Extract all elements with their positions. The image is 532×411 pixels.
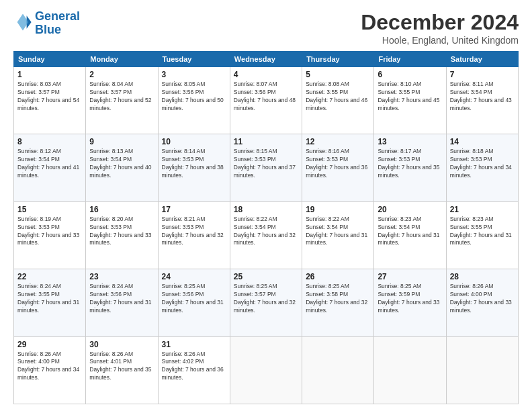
calendar-cell bbox=[302, 336, 374, 404]
title-block: December 2024 Hoole, England, United Kin… bbox=[361, 10, 519, 46]
day-info: Sunrise: 8:23 AMSunset: 3:55 PMDaylight:… bbox=[450, 216, 515, 248]
calendar-cell: 14 Sunrise: 8:18 AMSunset: 3:53 PMDaylig… bbox=[446, 134, 518, 201]
day-number: 24 bbox=[162, 272, 226, 281]
day-info: Sunrise: 8:26 AMSunset: 4:00 PMDaylight:… bbox=[17, 351, 82, 383]
calendar-cell: 19 Sunrise: 8:22 AMSunset: 3:54 PMDaylig… bbox=[302, 201, 374, 269]
day-number: 27 bbox=[378, 272, 442, 281]
day-number: 19 bbox=[306, 205, 370, 214]
day-number: 1 bbox=[17, 70, 82, 79]
calendar-cell bbox=[230, 336, 302, 404]
day-number: 29 bbox=[17, 340, 82, 349]
calendar-cell bbox=[374, 336, 446, 404]
day-info: Sunrise: 8:21 AMSunset: 3:53 PMDaylight:… bbox=[162, 216, 226, 248]
calendar-cell: 23 Sunrise: 8:24 AMSunset: 3:56 PMDaylig… bbox=[86, 269, 158, 336]
day-info: Sunrise: 8:26 AMSunset: 4:00 PMDaylight:… bbox=[450, 283, 515, 315]
day-number: 25 bbox=[234, 272, 298, 281]
calendar-cell: 17 Sunrise: 8:21 AMSunset: 3:53 PMDaylig… bbox=[158, 201, 230, 269]
day-info: Sunrise: 8:19 AMSunset: 3:53 PMDaylight:… bbox=[17, 216, 82, 248]
day-info: Sunrise: 8:22 AMSunset: 3:54 PMDaylight:… bbox=[306, 216, 370, 248]
day-info: Sunrise: 8:11 AMSunset: 3:54 PMDaylight:… bbox=[450, 81, 515, 113]
day-info: Sunrise: 8:25 AMSunset: 3:57 PMDaylight:… bbox=[234, 283, 298, 315]
calendar-cell: 15 Sunrise: 8:19 AMSunset: 3:53 PMDaylig… bbox=[14, 201, 86, 269]
day-number: 7 bbox=[450, 70, 515, 79]
day-number: 6 bbox=[378, 70, 442, 79]
header-thursday: Thursday bbox=[302, 52, 374, 67]
calendar-cell: 28 Sunrise: 8:26 AMSunset: 4:00 PMDaylig… bbox=[446, 269, 518, 336]
week-row-2: 8 Sunrise: 8:12 AMSunset: 3:54 PMDayligh… bbox=[14, 134, 519, 201]
calendar-cell: 12 Sunrise: 8:16 AMSunset: 3:53 PMDaylig… bbox=[302, 134, 374, 201]
location-subtitle: Hoole, England, United Kingdom bbox=[361, 35, 519, 46]
calendar-cell: 21 Sunrise: 8:23 AMSunset: 3:55 PMDaylig… bbox=[446, 201, 518, 269]
day-number: 31 bbox=[162, 340, 226, 349]
day-number: 18 bbox=[234, 205, 298, 214]
header-saturday: Saturday bbox=[446, 52, 518, 67]
logo-icon bbox=[13, 13, 32, 32]
day-info: Sunrise: 8:25 AMSunset: 3:58 PMDaylight:… bbox=[306, 283, 370, 315]
day-number: 16 bbox=[89, 205, 154, 214]
day-info: Sunrise: 8:25 AMSunset: 3:59 PMDaylight:… bbox=[378, 283, 442, 315]
week-row-4: 22 Sunrise: 8:24 AMSunset: 3:55 PMDaylig… bbox=[14, 269, 519, 336]
calendar-cell: 31 Sunrise: 8:26 AMSunset: 4:02 PMDaylig… bbox=[158, 336, 230, 404]
logo: General Blue bbox=[13, 10, 80, 37]
day-number: 15 bbox=[17, 205, 82, 214]
calendar-cell: 29 Sunrise: 8:26 AMSunset: 4:00 PMDaylig… bbox=[14, 336, 86, 404]
day-number: 26 bbox=[306, 272, 370, 281]
calendar-cell: 22 Sunrise: 8:24 AMSunset: 3:55 PMDaylig… bbox=[14, 269, 86, 336]
calendar-cell: 18 Sunrise: 8:22 AMSunset: 3:54 PMDaylig… bbox=[230, 201, 302, 269]
day-info: Sunrise: 8:13 AMSunset: 3:54 PMDaylight:… bbox=[89, 148, 154, 180]
day-number: 23 bbox=[89, 272, 154, 281]
week-row-3: 15 Sunrise: 8:19 AMSunset: 3:53 PMDaylig… bbox=[14, 201, 519, 269]
day-info: Sunrise: 8:23 AMSunset: 3:54 PMDaylight:… bbox=[378, 216, 442, 248]
day-info: Sunrise: 8:20 AMSunset: 3:53 PMDaylight:… bbox=[89, 216, 154, 248]
day-info: Sunrise: 8:17 AMSunset: 3:53 PMDaylight:… bbox=[378, 148, 442, 180]
page: General Blue December 2024 Hoole, Englan… bbox=[0, 0, 532, 411]
header-sunday: Sunday bbox=[14, 52, 86, 67]
calendar-cell: 27 Sunrise: 8:25 AMSunset: 3:59 PMDaylig… bbox=[374, 269, 446, 336]
day-number: 11 bbox=[234, 137, 298, 146]
week-row-5: 29 Sunrise: 8:26 AMSunset: 4:00 PMDaylig… bbox=[14, 336, 519, 404]
day-number: 13 bbox=[378, 137, 442, 146]
day-info: Sunrise: 8:04 AMSunset: 3:57 PMDaylight:… bbox=[89, 81, 154, 113]
day-number: 3 bbox=[162, 70, 226, 79]
day-info: Sunrise: 8:26 AMSunset: 4:01 PMDaylight:… bbox=[89, 351, 154, 383]
calendar-cell: 6 Sunrise: 8:10 AMSunset: 3:55 PMDayligh… bbox=[374, 67, 446, 134]
day-number: 8 bbox=[17, 137, 82, 146]
calendar-cell: 30 Sunrise: 8:26 AMSunset: 4:01 PMDaylig… bbox=[86, 336, 158, 404]
header-friday: Friday bbox=[374, 52, 446, 67]
calendar-cell: 9 Sunrise: 8:13 AMSunset: 3:54 PMDayligh… bbox=[86, 134, 158, 201]
calendar-cell: 8 Sunrise: 8:12 AMSunset: 3:54 PMDayligh… bbox=[14, 134, 86, 201]
day-info: Sunrise: 8:03 AMSunset: 3:57 PMDaylight:… bbox=[17, 81, 82, 113]
day-info: Sunrise: 8:05 AMSunset: 3:56 PMDaylight:… bbox=[162, 81, 226, 113]
calendar-cell: 26 Sunrise: 8:25 AMSunset: 3:58 PMDaylig… bbox=[302, 269, 374, 336]
calendar-cell: 13 Sunrise: 8:17 AMSunset: 3:53 PMDaylig… bbox=[374, 134, 446, 201]
logo-text: General Blue bbox=[35, 10, 80, 37]
calendar-cell: 5 Sunrise: 8:08 AMSunset: 3:55 PMDayligh… bbox=[302, 67, 374, 134]
day-info: Sunrise: 8:24 AMSunset: 3:56 PMDaylight:… bbox=[89, 283, 154, 315]
calendar-cell: 11 Sunrise: 8:15 AMSunset: 3:53 PMDaylig… bbox=[230, 134, 302, 201]
day-info: Sunrise: 8:08 AMSunset: 3:55 PMDaylight:… bbox=[306, 81, 370, 113]
day-info: Sunrise: 8:12 AMSunset: 3:54 PMDaylight:… bbox=[17, 148, 82, 180]
calendar-cell: 3 Sunrise: 8:05 AMSunset: 3:56 PMDayligh… bbox=[158, 67, 230, 134]
month-title: December 2024 bbox=[361, 10, 519, 35]
day-number: 17 bbox=[162, 205, 226, 214]
day-number: 5 bbox=[306, 70, 370, 79]
day-info: Sunrise: 8:10 AMSunset: 3:55 PMDaylight:… bbox=[378, 81, 442, 113]
day-info: Sunrise: 8:22 AMSunset: 3:54 PMDaylight:… bbox=[234, 216, 298, 248]
calendar-cell bbox=[446, 336, 518, 404]
day-info: Sunrise: 8:15 AMSunset: 3:53 PMDaylight:… bbox=[234, 148, 298, 180]
weekday-header-row: Sunday Monday Tuesday Wednesday Thursday… bbox=[14, 52, 519, 67]
day-number: 4 bbox=[234, 70, 298, 79]
day-info: Sunrise: 8:16 AMSunset: 3:53 PMDaylight:… bbox=[306, 148, 370, 180]
calendar-cell: 1 Sunrise: 8:03 AMSunset: 3:57 PMDayligh… bbox=[14, 67, 86, 134]
header-tuesday: Tuesday bbox=[158, 52, 230, 67]
day-info: Sunrise: 8:18 AMSunset: 3:53 PMDaylight:… bbox=[450, 148, 515, 180]
header-wednesday: Wednesday bbox=[230, 52, 302, 67]
week-row-1: 1 Sunrise: 8:03 AMSunset: 3:57 PMDayligh… bbox=[14, 67, 519, 134]
day-number: 12 bbox=[306, 137, 370, 146]
day-info: Sunrise: 8:14 AMSunset: 3:53 PMDaylight:… bbox=[162, 148, 226, 180]
day-info: Sunrise: 8:07 AMSunset: 3:56 PMDaylight:… bbox=[234, 81, 298, 113]
day-info: Sunrise: 8:25 AMSunset: 3:56 PMDaylight:… bbox=[162, 283, 226, 315]
day-number: 14 bbox=[450, 137, 515, 146]
calendar-cell: 20 Sunrise: 8:23 AMSunset: 3:54 PMDaylig… bbox=[374, 201, 446, 269]
header-monday: Monday bbox=[86, 52, 158, 67]
